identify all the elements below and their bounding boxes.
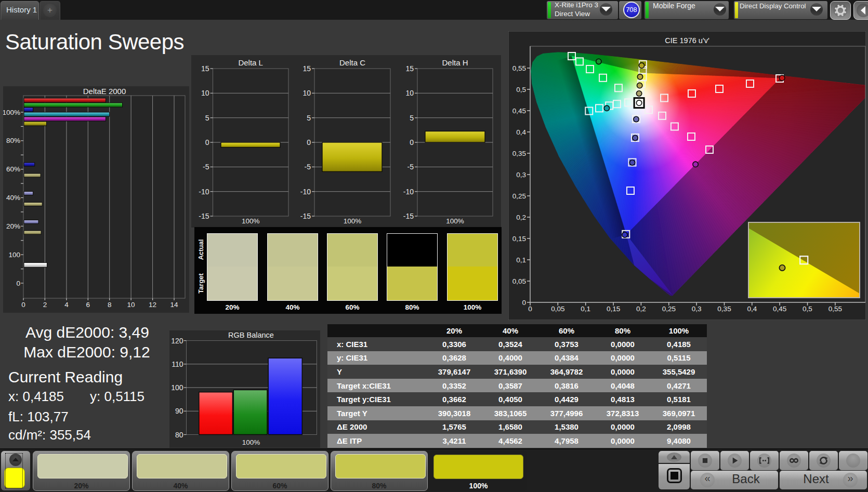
svg-text:100%: 100% <box>446 217 464 225</box>
svg-text:90: 90 <box>175 407 183 415</box>
svg-text:0,45: 0,45 <box>512 107 526 115</box>
svg-text:0: 0 <box>410 138 414 147</box>
svg-text:6: 6 <box>86 301 90 309</box>
svg-text:110: 110 <box>172 360 183 368</box>
svg-text:RGB Balance: RGB Balance <box>228 331 274 339</box>
svg-text:0: 0 <box>528 305 532 313</box>
svg-text:15: 15 <box>405 64 414 73</box>
svg-text:10: 10 <box>127 301 135 309</box>
svg-text:5: 5 <box>410 114 414 122</box>
svg-text:0,3: 0,3 <box>516 171 526 179</box>
svg-text:80%: 80% <box>6 137 20 144</box>
svg-text:80: 80 <box>175 431 183 439</box>
svg-text:100: 100 <box>8 251 20 259</box>
svg-text:0,15: 0,15 <box>607 305 620 313</box>
svg-text:0,5: 0,5 <box>516 86 526 94</box>
svg-text:15: 15 <box>303 64 311 73</box>
svg-text:-5: -5 <box>407 163 414 171</box>
svg-text:0,1: 0,1 <box>581 305 590 313</box>
svg-text:0,05: 0,05 <box>512 277 526 285</box>
svg-text:Target: Target <box>197 273 205 293</box>
svg-text:60%: 60% <box>6 165 20 173</box>
svg-text:0,55: 0,55 <box>512 64 526 72</box>
svg-text:10: 10 <box>201 89 209 97</box>
svg-text:5: 5 <box>205 114 209 122</box>
svg-text:0: 0 <box>522 299 526 307</box>
svg-text:-10: -10 <box>199 188 209 196</box>
svg-text:5: 5 <box>307 114 311 122</box>
svg-text:-15: -15 <box>300 212 311 220</box>
svg-text:0,05: 0,05 <box>551 305 564 313</box>
svg-text:12: 12 <box>149 301 156 309</box>
svg-text:0,2: 0,2 <box>636 305 646 313</box>
svg-text:Delta L: Delta L <box>238 58 263 67</box>
svg-text:-15: -15 <box>199 212 209 220</box>
svg-text:0,25: 0,25 <box>662 305 676 313</box>
svg-text:0,4: 0,4 <box>747 305 757 313</box>
svg-text:40%: 40% <box>6 194 20 202</box>
svg-text:0,55: 0,55 <box>828 305 842 313</box>
svg-text:14: 14 <box>170 301 178 309</box>
svg-text:Actual: Actual <box>197 240 205 260</box>
svg-text:10: 10 <box>405 89 414 97</box>
svg-text:8: 8 <box>108 301 112 309</box>
svg-text:-5: -5 <box>305 163 311 171</box>
svg-text:0,5: 0,5 <box>803 305 812 313</box>
svg-text:0,2: 0,2 <box>516 214 526 221</box>
svg-text:0,3: 0,3 <box>692 305 702 313</box>
svg-text:100%: 100% <box>242 217 260 225</box>
svg-text:0,4: 0,4 <box>516 128 526 136</box>
svg-text:-10: -10 <box>300 188 311 196</box>
svg-text:0,45: 0,45 <box>773 305 786 313</box>
svg-text:0: 0 <box>21 301 25 309</box>
svg-text:0,25: 0,25 <box>512 192 526 200</box>
svg-text:100%: 100% <box>344 217 362 225</box>
svg-text:100%: 100% <box>3 109 20 116</box>
svg-text:4: 4 <box>64 301 69 309</box>
svg-text:2: 2 <box>43 301 47 309</box>
svg-text:CIE 1976 u'v': CIE 1976 u'v' <box>665 36 709 45</box>
svg-text:-10: -10 <box>403 188 414 196</box>
svg-text:DeltaE 2000: DeltaE 2000 <box>83 87 126 96</box>
svg-text:15: 15 <box>201 64 209 73</box>
svg-text:0: 0 <box>16 280 20 287</box>
svg-text:120: 120 <box>171 337 183 345</box>
svg-text:10: 10 <box>303 89 311 97</box>
svg-text:Delta H: Delta H <box>442 58 468 67</box>
svg-text:Delta C: Delta C <box>339 58 365 67</box>
svg-text:-5: -5 <box>203 163 209 171</box>
svg-text:0,1: 0,1 <box>516 256 526 264</box>
svg-text:0,35: 0,35 <box>512 150 526 157</box>
svg-text:-15: -15 <box>403 212 414 220</box>
svg-text:100%: 100% <box>242 438 260 446</box>
svg-text:0,35: 0,35 <box>717 305 731 313</box>
svg-text:0: 0 <box>205 138 209 147</box>
svg-text:0: 0 <box>307 138 311 147</box>
svg-text:0,15: 0,15 <box>512 235 526 243</box>
svg-text:100: 100 <box>171 383 183 392</box>
svg-text:20%: 20% <box>6 222 20 230</box>
